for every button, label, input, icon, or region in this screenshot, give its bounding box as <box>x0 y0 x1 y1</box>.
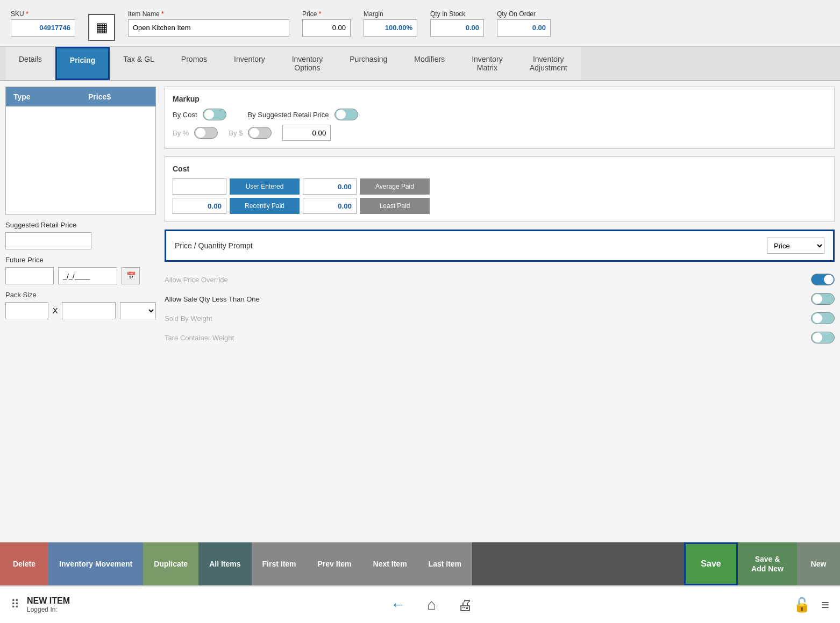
all-items-button[interactable]: All Items <box>198 542 251 585</box>
margin-label: Margin <box>364 10 417 18</box>
margin-input[interactable] <box>364 19 417 37</box>
sku-input[interactable] <box>11 19 75 37</box>
price-table-type-header: Type <box>6 87 81 106</box>
user-entered-button[interactable]: User Entered <box>230 178 300 195</box>
tab-pricing[interactable]: Pricing <box>55 47 110 80</box>
pack-size-dropdown[interactable] <box>120 302 156 319</box>
tare-container-row: Tare Container Weight <box>165 332 835 343</box>
grid-icon[interactable]: ⠿ <box>11 598 19 612</box>
suggested-retail-input[interactable] <box>5 232 91 249</box>
tab-inventory-adjustment[interactable]: InventoryAdjustment <box>516 47 581 80</box>
menu-icon[interactable]: ≡ <box>821 597 829 613</box>
allow-sale-qty-label: Allow Sale Qty Less Than One <box>165 295 260 303</box>
allow-sale-qty-knob <box>813 294 822 304</box>
price-input[interactable] <box>302 19 351 37</box>
recently-paid-button[interactable]: Recently Paid <box>230 198 300 214</box>
least-paid-input[interactable] <box>303 198 357 214</box>
avg-paid-input[interactable] <box>303 178 357 195</box>
status-subtitle: Logged In: <box>27 606 70 613</box>
prompt-box: Price / Quantity Prompt Price Quantity B… <box>165 230 835 262</box>
by-pct-toggle[interactable] <box>194 127 218 139</box>
pack-size-input1[interactable] <box>5 302 48 319</box>
item-name-input[interactable] <box>128 19 289 37</box>
by-dollar-toggle[interactable] <box>248 127 272 139</box>
avg-paid-button[interactable]: Average Paid <box>360 178 430 195</box>
sold-by-weight-knob <box>813 313 822 323</box>
item-name-label: Item Name * <box>128 10 289 18</box>
prev-item-button[interactable]: Prev Item <box>307 542 362 585</box>
save-add-new-button[interactable]: Save &Add New <box>738 542 797 585</box>
by-cost-toggle[interactable] <box>203 109 226 120</box>
suggested-retail-label: Suggested Retail Price <box>5 221 156 229</box>
by-suggested-knob <box>336 110 346 119</box>
tab-tax-gl[interactable]: Tax & GL <box>110 47 168 80</box>
cost-title: Cost <box>173 164 827 173</box>
status-bar: ⠿ NEW ITEM Logged In: ← ⌂ 🖨 🔓 ≡ <box>0 585 840 623</box>
price-table-body <box>6 106 155 214</box>
tab-inventory-matrix[interactable]: InventoryMatrix <box>458 47 516 80</box>
by-dollar-knob <box>250 128 259 138</box>
sold-by-weight-row: Sold By Weight <box>165 312 835 324</box>
save-button[interactable]: Save <box>684 542 738 585</box>
tab-inventory[interactable]: Inventory <box>220 47 279 80</box>
tab-modifiers[interactable]: Modifiers <box>401 47 458 80</box>
home-icon[interactable]: ⌂ <box>427 596 436 613</box>
tare-container-toggle[interactable] <box>811 332 835 343</box>
pack-size-x: X <box>53 306 58 315</box>
qty-order-label: Qty On Order <box>497 10 551 18</box>
tabs-bar: Details Pricing Tax & GL Promos Inventor… <box>0 47 840 81</box>
recently-paid-value-input[interactable] <box>173 198 226 214</box>
duplicate-button[interactable]: Duplicate <box>143 542 198 585</box>
by-suggested-toggle[interactable] <box>334 109 358 120</box>
register-icon[interactable]: 🖨 <box>458 596 473 614</box>
calendar-button[interactable]: 📅 <box>122 267 140 284</box>
last-item-button[interactable]: Last Item <box>418 542 472 585</box>
future-price-label: Future Price <box>5 256 156 264</box>
qty-order-input[interactable] <box>497 19 551 37</box>
delete-button[interactable]: Delete <box>0 542 48 585</box>
qty-stock-input[interactable] <box>430 19 484 37</box>
pack-size-label: Pack Size <box>5 291 156 299</box>
inventory-movement-button[interactable]: Inventory Movement <box>48 542 143 585</box>
prompt-label: Price / Quantity Prompt <box>175 241 253 250</box>
allow-price-override-label: Allow Price Override <box>165 276 228 284</box>
tab-promos[interactable]: Promos <box>168 47 220 80</box>
price-table-price-header: Price$ <box>81 87 155 106</box>
markup-title: Markup <box>173 95 827 103</box>
tab-purchasing[interactable]: Purchasing <box>336 47 401 80</box>
qty-stock-label: Qty In Stock <box>430 10 484 18</box>
by-suggested-label: By Suggested Retail Price <box>248 111 329 119</box>
next-item-button[interactable]: Next Item <box>362 542 418 585</box>
future-price-input[interactable] <box>5 267 54 284</box>
cost-input1[interactable] <box>173 178 226 195</box>
allow-price-override-toggle[interactable] <box>811 274 835 285</box>
allow-price-override-knob <box>824 275 834 284</box>
future-price-date-input[interactable] <box>58 267 117 284</box>
by-pct-knob <box>196 128 205 138</box>
by-cost-knob <box>204 110 214 119</box>
barcode-button[interactable]: ▦ <box>88 14 115 41</box>
sku-label: SKU * <box>11 10 75 18</box>
allow-sale-qty-toggle[interactable] <box>811 293 835 305</box>
tare-container-knob <box>813 333 822 342</box>
new-button[interactable]: New <box>797 542 840 585</box>
least-paid-button[interactable]: Least Paid <box>360 198 430 214</box>
allow-sale-qty-row: Allow Sale Qty Less Than One <box>165 293 835 305</box>
prompt-select[interactable]: Price Quantity Both Neither <box>767 238 824 254</box>
markup-value-input[interactable] <box>282 125 331 141</box>
toggles-section: Allow Price Override Allow Sale Qty Less… <box>165 269 835 348</box>
first-item-button[interactable]: First Item <box>252 542 307 585</box>
bottom-toolbar: Delete Inventory Movement Duplicate All … <box>0 542 840 585</box>
tab-inventory-options[interactable]: InventoryOptions <box>279 47 337 80</box>
sold-by-weight-toggle[interactable] <box>811 312 835 324</box>
tab-details[interactable]: Details <box>5 47 55 80</box>
lock-icon[interactable]: 🔓 <box>793 597 810 613</box>
back-icon[interactable]: ← <box>390 596 405 613</box>
by-pct-label: By % <box>173 129 189 137</box>
pack-size-input2[interactable] <box>62 302 116 319</box>
tare-container-label: Tare Container Weight <box>165 334 234 342</box>
by-dollar-label: By $ <box>229 129 243 137</box>
sold-by-weight-label: Sold By Weight <box>165 314 212 323</box>
status-title: NEW ITEM <box>27 596 70 606</box>
price-table: Type Price$ <box>5 87 156 214</box>
